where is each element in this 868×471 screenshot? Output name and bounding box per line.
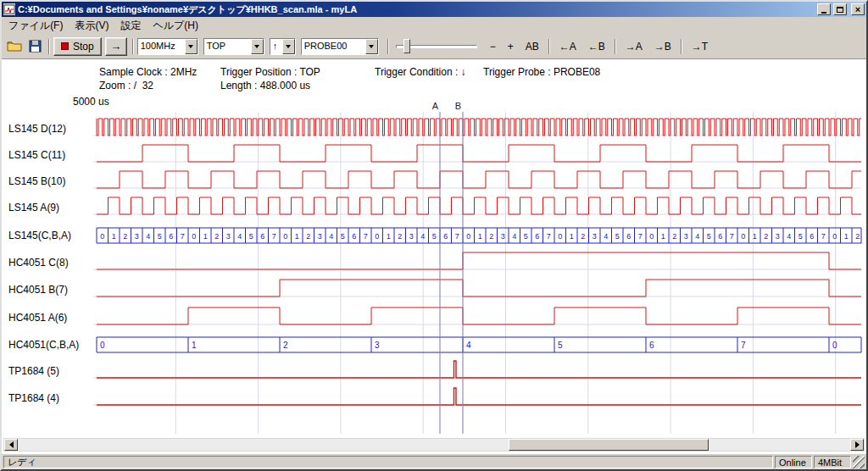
minimize-button[interactable] — [817, 3, 831, 15]
waveform-display[interactable]: LS145 D(12)LS145 C(11)LS145 B(10)LS145 A… — [2, 59, 866, 453]
zoom-in-button[interactable]: + — [502, 38, 520, 55]
menu-view[interactable]: 表示(V) — [69, 17, 114, 35]
goto-b-left-button[interactable]: ←B — [582, 38, 611, 55]
bus-value: 7 — [821, 232, 826, 241]
toolbar-separator — [615, 39, 616, 54]
channel-label: HC4051(C,B,A) — [8, 339, 79, 351]
bus-value: 4 — [420, 232, 425, 241]
goto-a-right-button[interactable]: →A — [620, 38, 648, 55]
chevron-down-icon[interactable] — [365, 39, 378, 54]
bus-value: 2 — [214, 232, 219, 241]
waveform-trace — [97, 361, 861, 378]
bus-value: 0 — [375, 232, 379, 241]
bus-value: 5 — [524, 232, 528, 241]
trigger-position-select[interactable]: TOP — [203, 38, 264, 55]
folder-icon — [7, 40, 22, 53]
status-memory: 4MBit — [814, 456, 851, 468]
menu-file[interactable]: ファイル(F) — [3, 17, 69, 35]
open-file-button[interactable] — [4, 37, 25, 56]
menu-settings[interactable]: 設定 — [114, 17, 147, 35]
bus-value: 1 — [203, 232, 208, 241]
waveform-trace — [97, 145, 861, 162]
bus-value: 4 — [329, 232, 333, 241]
bus-value: 3 — [375, 341, 380, 350]
goto-b-right-button[interactable]: →B — [648, 38, 677, 55]
bus-value: 5 — [558, 341, 563, 350]
bus-value: 1 — [192, 341, 197, 350]
bus-value: 5 — [707, 232, 711, 241]
channel-label: LS145 C(11) — [8, 149, 65, 161]
arrow-right-icon — [855, 441, 863, 448]
bus-value: 7 — [455, 232, 459, 241]
scroll-right-button[interactable] — [850, 439, 864, 451]
statusbar: レディ Online 4MBit — [2, 454, 866, 469]
bus-value: 0 — [832, 232, 837, 241]
scrollbar-track[interactable] — [18, 439, 850, 451]
probe-select[interactable]: PROBE00 — [301, 38, 379, 55]
bus-value: 7 — [181, 232, 185, 241]
bus-value: 4 — [146, 232, 150, 241]
bus-value: 1 — [478, 232, 482, 241]
chevron-down-icon[interactable] — [282, 39, 295, 54]
horizontal-scrollbar[interactable] — [3, 438, 865, 452]
chevron-down-icon[interactable] — [251, 39, 264, 54]
bus-value: 0 — [192, 232, 196, 241]
bus-value: 0 — [100, 232, 104, 241]
ab-range-button[interactable]: AB — [520, 38, 545, 55]
bus-value: 7 — [730, 232, 734, 241]
bus-value: 4 — [466, 341, 471, 350]
bus-value: 7 — [638, 232, 643, 241]
titlebar: C:¥Documents and Settings¥noname¥デスクトップ¥… — [2, 2, 866, 17]
bus-value: 6 — [169, 232, 173, 241]
bus-value: 2 — [398, 232, 402, 241]
minimize-icon — [821, 12, 826, 14]
trigger-edge-select[interactable]: ↑ — [270, 38, 296, 55]
waveform-trace — [97, 308, 861, 324]
bus-value: 4 — [512, 232, 516, 241]
bus-value: 6 — [443, 232, 448, 241]
bus-value: 5 — [158, 232, 162, 241]
bus-value: 1 — [844, 232, 849, 241]
waveform-trace — [97, 197, 861, 214]
bus-value: 6 — [810, 232, 814, 241]
stop-button[interactable]: Stop — [53, 37, 102, 56]
sample-clock-select[interactable]: 100MHz — [137, 38, 198, 55]
toolbar-separator — [132, 39, 134, 54]
main-area: Sample Clock : 2MHz Trigger Position : T… — [2, 59, 866, 454]
scroll-left-button[interactable] — [4, 439, 18, 451]
cursor-label-B: B — [455, 101, 461, 111]
channel-label: HC4051 B(7) — [8, 284, 68, 296]
scrollbar-thumb[interactable] — [509, 439, 709, 451]
close-icon: × — [855, 5, 860, 14]
bus-value: 1 — [295, 232, 299, 241]
bus-value: 4 — [695, 232, 699, 241]
close-button[interactable]: × — [851, 3, 865, 15]
zoom-out-button[interactable]: − — [484, 38, 502, 55]
bus-value: 1 — [753, 232, 757, 241]
resize-grip[interactable] — [853, 456, 865, 468]
run-button[interactable]: → — [105, 37, 127, 56]
goto-a-left-button[interactable]: ←A — [554, 38, 582, 55]
bus-value: 7 — [272, 232, 276, 241]
bus-value: 2 — [123, 232, 127, 241]
trigger-edge-value: ↑ — [270, 39, 282, 54]
floppy-icon — [29, 40, 42, 53]
bus-value: 1 — [570, 232, 574, 241]
maximize-button[interactable] — [833, 3, 847, 15]
time-division-label: 5000 us — [73, 96, 109, 108]
bus-value: 3 — [409, 232, 414, 241]
bus-value: 5 — [341, 232, 345, 241]
bus-value: 3 — [776, 232, 780, 241]
zoom-slider[interactable] — [396, 38, 477, 55]
chevron-down-icon[interactable] — [185, 39, 198, 54]
menu-help[interactable]: ヘルプ(H) — [147, 17, 204, 35]
zoom-slider-thumb[interactable] — [403, 39, 410, 53]
bus-value: 6 — [626, 232, 631, 241]
bus-value: 0 — [466, 232, 470, 241]
menubar: ファイル(F) 表示(V) 設定 ヘルプ(H) — [2, 17, 866, 34]
bus-value: 6 — [260, 232, 264, 241]
waveform-trace — [97, 252, 861, 269]
toolbar-separator — [387, 39, 389, 54]
goto-trigger-button[interactable]: →T — [686, 38, 714, 55]
save-button[interactable] — [25, 37, 45, 56]
